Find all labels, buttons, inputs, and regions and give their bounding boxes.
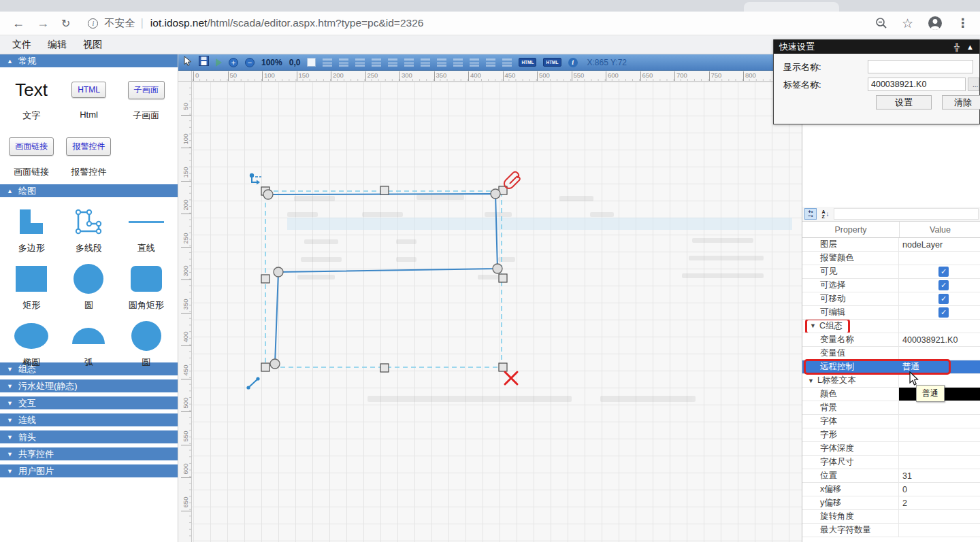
property-row[interactable]: 字体	[802, 415, 980, 428]
zoom-out-page-icon[interactable]	[875, 17, 887, 29]
draw-tool[interactable]: 圆	[118, 318, 175, 369]
property-row[interactable]: x偏移0	[802, 483, 980, 496]
tool-item[interactable]: 报警控件报警控件	[60, 129, 117, 182]
draw-tool[interactable]: 弧	[60, 318, 117, 369]
property-row[interactable]: 最大字符数量	[802, 524, 980, 537]
canvas-size-icon[interactable]	[307, 58, 316, 67]
tool-item[interactable]: 子画面子画面	[118, 73, 175, 125]
property-value[interactable]	[899, 347, 980, 360]
tool-item[interactable]: 画面链接画面链接	[3, 129, 60, 182]
property-value[interactable]	[899, 442, 980, 455]
security-label[interactable]: 不安全	[104, 17, 135, 30]
align-left-icon[interactable]	[355, 58, 365, 67]
property-row[interactable]: 可选择✓	[802, 279, 980, 292]
avatar[interactable]	[928, 16, 943, 31]
tool-button[interactable]: HTML	[71, 82, 106, 98]
checkbox-checked-icon[interactable]: ✓	[938, 294, 949, 304]
property-value[interactable]	[899, 428, 980, 441]
distribute-h-icon[interactable]	[486, 58, 495, 67]
same-width-icon[interactable]	[453, 58, 463, 67]
sort-az-icon[interactable]: AZ↓	[819, 208, 832, 220]
reload-icon[interactable]: ↻	[61, 17, 70, 30]
align-right-icon[interactable]	[388, 58, 397, 67]
property-value[interactable]	[899, 524, 980, 537]
draw-tool[interactable]: 直线	[118, 204, 175, 254]
display-name-input[interactable]	[868, 60, 973, 73]
group-icon[interactable]	[323, 58, 332, 67]
tool-button[interactable]: 子画面	[128, 81, 165, 99]
property-value[interactable]	[899, 510, 980, 523]
property-value[interactable]	[899, 401, 980, 414]
property-row[interactable]: 位置31	[802, 469, 980, 483]
property-value[interactable]: 400038921.K0	[899, 333, 980, 346]
menu-item[interactable]: 视图	[83, 39, 102, 51]
url-text[interactable]: iot.idosp.net/html/scada/editor.aspx.htm…	[150, 17, 424, 29]
align-bottom-icon[interactable]	[437, 58, 446, 67]
align-center-icon[interactable]	[372, 58, 381, 67]
property-row[interactable]: y偏移2	[802, 496, 980, 510]
property-row[interactable]: 可见✓	[802, 265, 980, 279]
property-row[interactable]: 图层nodeLayer	[802, 238, 980, 252]
tool-button[interactable]: 报警控件	[66, 137, 111, 156]
property-row[interactable]: 变量值	[802, 347, 980, 360]
tool-item[interactable]: Text文字	[3, 73, 60, 125]
sidebar-section-用户图片[interactable]: ▼用户图片	[0, 464, 178, 477]
draw-tool[interactable]: 圆角矩形	[118, 261, 175, 311]
property-value[interactable]: nodeLayer	[899, 238, 980, 251]
tool-item[interactable]: HTMLHtml	[60, 73, 117, 125]
set-button[interactable]: 设置	[876, 95, 932, 109]
align-middle-icon[interactable]	[421, 58, 430, 67]
align-top-icon[interactable]	[404, 58, 414, 67]
categorized-view-icon[interactable]: +▪−▪	[804, 208, 817, 220]
delete-x-icon[interactable]	[505, 372, 517, 384]
property-value[interactable]: ✓	[899, 279, 980, 292]
draw-tool[interactable]: 矩形	[3, 261, 60, 311]
distribute-v-icon[interactable]	[502, 58, 512, 67]
property-value[interactable]: ✓	[899, 265, 980, 278]
property-value[interactable]: 2	[899, 496, 980, 509]
checkbox-checked-icon[interactable]: ✓	[938, 267, 949, 277]
property-value[interactable]	[899, 415, 980, 428]
property-row[interactable]: 字形	[802, 428, 980, 442]
property-value[interactable]	[899, 252, 980, 265]
property-row[interactable]: 报警颜色	[802, 252, 980, 265]
sidebar-section-共享控件[interactable]: ▼共享控件	[0, 447, 178, 460]
property-row[interactable]: 字体深度	[802, 442, 980, 456]
sidebar-section-污水处理(静态)[interactable]: ▼污水处理(静态)	[0, 379, 178, 392]
select-tool-icon[interactable]	[183, 56, 192, 69]
draw-tool[interactable]: 多边形	[3, 204, 60, 254]
edit-nodes-icon[interactable]	[250, 173, 261, 185]
property-value[interactable]: ✓	[899, 306, 980, 319]
draw-tool[interactable]: 椭圆	[3, 318, 60, 369]
dock-icon[interactable]: ╬	[954, 43, 960, 51]
bookmark-star-icon[interactable]: ☆	[902, 16, 913, 31]
checkbox-checked-icon[interactable]: ✓	[938, 307, 949, 318]
quick-settings-titlebar[interactable]: 快速设置 ╬ ▲	[774, 39, 979, 54]
property-row[interactable]: 可移动✓	[802, 292, 980, 306]
zoom-out-icon[interactable]: −	[245, 58, 255, 67]
property-category-row[interactable]: ▼C组态	[802, 320, 980, 333]
property-row[interactable]: 字体尺寸	[802, 456, 980, 469]
property-value[interactable]	[899, 456, 980, 469]
page-info-icon[interactable]: i	[88, 18, 98, 29]
same-height-icon[interactable]	[470, 58, 479, 67]
checkbox-checked-icon[interactable]: ✓	[938, 280, 949, 290]
browser-tab[interactable]	[744, 2, 839, 12]
property-filter-box[interactable]	[834, 208, 979, 220]
property-row[interactable]: 变量名称400038921.K0	[802, 333, 980, 347]
sidebar-section-交互[interactable]: ▼交互	[0, 396, 178, 409]
back-icon[interactable]: ←	[12, 16, 24, 31]
zoom-in-icon[interactable]: +	[229, 58, 238, 67]
design-canvas[interactable]	[192, 82, 802, 542]
property-row[interactable]: 颜色	[802, 388, 980, 401]
forward-icon[interactable]: →	[37, 16, 49, 31]
property-row[interactable]: 远程控制普通	[802, 360, 980, 374]
property-row[interactable]: 旋转角度	[802, 510, 980, 524]
menu-item[interactable]: 文件	[12, 39, 31, 51]
property-value[interactable]: 0	[899, 483, 980, 496]
html-view-icon[interactable]: HTML	[519, 58, 536, 67]
draw-tool[interactable]: 圆	[60, 261, 117, 311]
property-value[interactable]: 31	[899, 469, 980, 482]
tag-browse-button[interactable]: ...	[968, 78, 979, 91]
info-icon[interactable]: i	[568, 58, 578, 67]
